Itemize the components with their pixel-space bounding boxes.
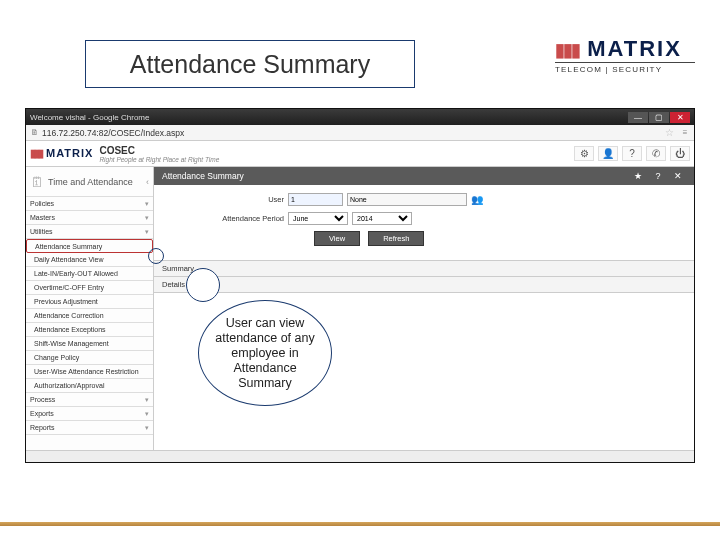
sidebar-item-3[interactable]: Attendance Summary <box>26 239 153 253</box>
sidebar-item-2[interactable]: Utilities▾ <box>26 225 153 239</box>
sidebar-item-12[interactable]: User-Wise Attendance Restriction <box>26 365 153 379</box>
window-title-bar: Welcome vishal - Google Chrome — ▢ ✕ <box>26 109 694 125</box>
chevron-down-icon: ▾ <box>145 228 149 236</box>
header-user-icon[interactable]: 👤 <box>598 146 618 161</box>
sidebar-item-15[interactable]: Exports▾ <box>26 407 153 421</box>
close-icon[interactable]: ✕ <box>670 171 686 181</box>
sidebar-item-0[interactable]: Policies▾ <box>26 197 153 211</box>
callout-pointer-mid <box>186 268 220 302</box>
slide-title: Attendance Summary <box>130 50 370 79</box>
app-logo: ▮▮▮ MATRIX <box>30 147 93 160</box>
window-maximize-button[interactable]: ▢ <box>649 112 669 123</box>
sidebar-item-4[interactable]: Daily Attendance View <box>26 253 153 267</box>
period-label: Attendance Period <box>194 214 284 223</box>
header-help-icon[interactable]: ? <box>622 146 642 161</box>
sidebar-item-1[interactable]: Masters▾ <box>26 211 153 225</box>
header-settings-icon[interactable]: ⚙ <box>574 146 594 161</box>
logo-sub-text: TELECOM | SECURITY <box>555 65 695 74</box>
user-name-input[interactable] <box>347 193 467 206</box>
app-header: ▮▮▮ MATRIX COSEC Right People at Right P… <box>26 141 694 167</box>
address-text: 116.72.250.74:82/COSEC/Index.aspx <box>42 128 665 138</box>
product-name: COSEC <box>99 145 219 156</box>
logo-brand-text: MATRIX <box>587 36 682 61</box>
user-id-input[interactable] <box>288 193 343 206</box>
header-phone-icon[interactable]: ✆ <box>646 146 666 161</box>
sidebar-item-10[interactable]: Shift-Wise Management <box>26 337 153 351</box>
address-bar[interactable]: 🗎 116.72.250.74:82/COSEC/Index.aspx ☆ ≡ <box>26 125 694 141</box>
calendar-icon: 🗓 <box>30 174 44 190</box>
chevron-down-icon: ▾ <box>145 410 149 418</box>
refresh-button[interactable]: Refresh <box>368 231 424 246</box>
sidebar-item-6[interactable]: Overtime/C-OFF Entry <box>26 281 153 295</box>
chevron-down-icon: ▾ <box>145 200 149 208</box>
matrix-logo: ▮▮▮ MATRIX TELECOM | SECURITY <box>555 38 695 86</box>
chevron-down-icon: ▾ <box>145 396 149 404</box>
sidebar-item-14[interactable]: Process▾ <box>26 393 153 407</box>
tab-summary[interactable]: Summary <box>154 260 694 277</box>
menu-icon[interactable]: ≡ <box>680 128 690 137</box>
view-button[interactable]: View <box>314 231 360 246</box>
product-tagline: Right People at Right Place at Right Tim… <box>99 156 219 163</box>
sidebar-item-8[interactable]: Attendance Correction <box>26 309 153 323</box>
content-title-text: Attendance Summary <box>162 171 244 181</box>
tab-details[interactable]: Details <box>154 277 694 293</box>
page-icon: 🗎 <box>30 128 40 137</box>
sidebar-item-7[interactable]: Previous Adjustment <box>26 295 153 309</box>
favorite-icon[interactable]: ★ <box>630 171 646 181</box>
sidebar-item-5[interactable]: Late-IN/Early-OUT Allowed <box>26 267 153 281</box>
callout-text: User can view attendance of any employee… <box>209 316 321 391</box>
status-bar <box>26 450 694 462</box>
chevron-down-icon: ▾ <box>145 214 149 222</box>
bookmark-star-icon[interactable]: ☆ <box>665 127 674 138</box>
sidebar-item-13[interactable]: Authorization/Approval <box>26 379 153 393</box>
sidebar-item-9[interactable]: Attendance Exceptions <box>26 323 153 337</box>
help-icon[interactable]: ? <box>650 171 666 181</box>
footer-strip <box>0 522 720 526</box>
user-label: User <box>194 195 284 204</box>
sidebar: 🗓 Time and Attendance ‹ Policies▾Masters… <box>26 167 154 450</box>
sidebar-item-11[interactable]: Change Policy <box>26 351 153 365</box>
sidebar-heading[interactable]: 🗓 Time and Attendance ‹ <box>26 167 153 197</box>
filter-form: User 👥 Attendance Period June 2014 View … <box>154 185 694 260</box>
slide-title-box: Attendance Summary <box>85 40 415 88</box>
sidebar-head-label: Time and Attendance <box>48 177 133 187</box>
callout-pointer-small <box>148 248 164 264</box>
window-title-text: Welcome vishal - Google Chrome <box>30 113 149 122</box>
chevron-left-icon[interactable]: ‹ <box>146 177 149 187</box>
browser-window: Welcome vishal - Google Chrome — ▢ ✕ 🗎 1… <box>25 108 695 463</box>
sidebar-item-16[interactable]: Reports▾ <box>26 421 153 435</box>
year-select[interactable]: 2014 <box>352 212 412 225</box>
window-close-button[interactable]: ✕ <box>670 112 690 123</box>
header-power-icon[interactable]: ⏻ <box>670 146 690 161</box>
month-select[interactable]: June <box>288 212 348 225</box>
window-minimize-button[interactable]: — <box>628 112 648 123</box>
callout-bubble: User can view attendance of any employee… <box>198 300 332 406</box>
content-title-bar: Attendance Summary ★ ? ✕ <box>154 167 694 185</box>
user-picker-icon[interactable]: 👥 <box>471 194 483 205</box>
chevron-down-icon: ▾ <box>145 424 149 432</box>
